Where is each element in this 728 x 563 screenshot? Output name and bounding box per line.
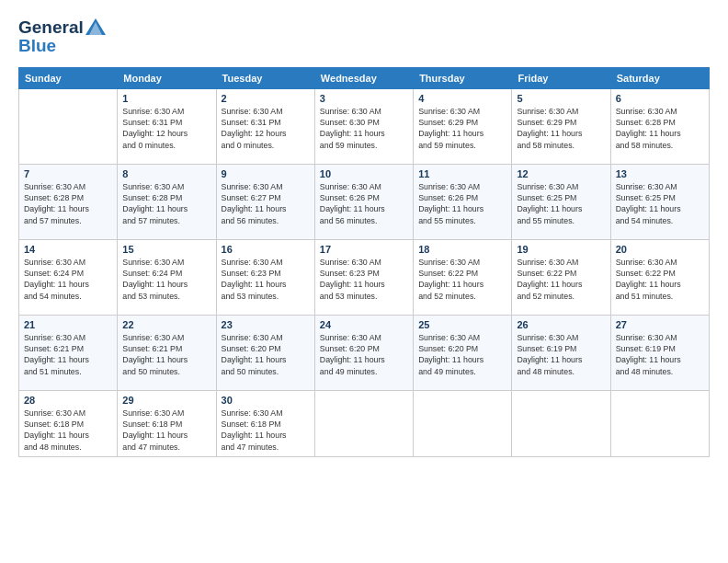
day-number: 7: [24, 168, 112, 179]
calendar-table: SundayMondayTuesdayWednesdayThursdayFrid…: [18, 67, 710, 457]
day-info: Sunrise: 6:30 AM Sunset: 6:25 PM Dayligh…: [517, 181, 605, 226]
calendar-cell: 16Sunrise: 6:30 AM Sunset: 6:23 PM Dayli…: [216, 239, 314, 315]
day-info: Sunrise: 6:30 AM Sunset: 6:18 PM Dayligh…: [222, 408, 310, 453]
calendar-cell: 3Sunrise: 6:30 AM Sunset: 6:30 PM Daylig…: [314, 88, 413, 164]
day-number: 3: [320, 93, 408, 104]
day-number: 2: [222, 93, 310, 104]
calendar-cell: 25Sunrise: 6:30 AM Sunset: 6:20 PM Dayli…: [414, 315, 512, 390]
weekday-header-monday: Monday: [118, 67, 216, 88]
day-number: 13: [616, 168, 704, 179]
weekday-header-wednesday: Wednesday: [314, 67, 413, 88]
calendar-cell: 13Sunrise: 6:30 AM Sunset: 6:25 PM Dayli…: [610, 164, 709, 239]
calendar-cell: [610, 390, 709, 456]
day-number: 5: [517, 93, 605, 104]
day-info: Sunrise: 6:30 AM Sunset: 6:25 PM Dayligh…: [616, 181, 704, 226]
day-number: 19: [517, 244, 605, 255]
calendar-cell: 2Sunrise: 6:30 AM Sunset: 6:31 PM Daylig…: [216, 88, 314, 164]
calendar-cell: 1Sunrise: 6:30 AM Sunset: 6:31 PM Daylig…: [118, 88, 216, 164]
weekday-header-tuesday: Tuesday: [216, 67, 314, 88]
day-info: Sunrise: 6:30 AM Sunset: 6:24 PM Dayligh…: [122, 257, 210, 302]
calendar-cell: 5Sunrise: 6:30 AM Sunset: 6:29 PM Daylig…: [512, 88, 610, 164]
weekday-header-saturday: Saturday: [610, 67, 709, 88]
day-info: Sunrise: 6:30 AM Sunset: 6:23 PM Dayligh…: [320, 257, 408, 302]
week-row-2: 7Sunrise: 6:30 AM Sunset: 6:28 PM Daylig…: [19, 164, 710, 239]
calendar-cell: 4Sunrise: 6:30 AM Sunset: 6:29 PM Daylig…: [414, 88, 512, 164]
logo: General Blue: [18, 18, 107, 56]
day-info: Sunrise: 6:30 AM Sunset: 6:18 PM Dayligh…: [24, 408, 112, 453]
page: General Blue SundayMondayTuesdayWednesda…: [0, 0, 728, 563]
week-row-5: 28Sunrise: 6:30 AM Sunset: 6:18 PM Dayli…: [19, 390, 710, 456]
day-info: Sunrise: 6:30 AM Sunset: 6:20 PM Dayligh…: [418, 332, 506, 377]
day-number: 17: [320, 244, 408, 255]
day-number: 1: [122, 93, 210, 104]
week-row-3: 14Sunrise: 6:30 AM Sunset: 6:24 PM Dayli…: [19, 239, 710, 315]
calendar-cell: 8Sunrise: 6:30 AM Sunset: 6:28 PM Daylig…: [118, 164, 216, 239]
day-number: 4: [418, 93, 506, 104]
calendar-cell: 6Sunrise: 6:30 AM Sunset: 6:28 PM Daylig…: [610, 88, 709, 164]
day-info: Sunrise: 6:30 AM Sunset: 6:19 PM Dayligh…: [517, 332, 605, 377]
calendar-cell: 7Sunrise: 6:30 AM Sunset: 6:28 PM Daylig…: [19, 164, 118, 239]
day-info: Sunrise: 6:30 AM Sunset: 6:20 PM Dayligh…: [320, 332, 408, 377]
calendar-cell: 18Sunrise: 6:30 AM Sunset: 6:22 PM Dayli…: [414, 239, 512, 315]
day-info: Sunrise: 6:30 AM Sunset: 6:19 PM Dayligh…: [616, 332, 704, 377]
day-number: 18: [418, 244, 506, 255]
day-number: 16: [222, 244, 310, 255]
day-info: Sunrise: 6:30 AM Sunset: 6:28 PM Dayligh…: [122, 181, 210, 226]
calendar-cell: 12Sunrise: 6:30 AM Sunset: 6:25 PM Dayli…: [512, 164, 610, 239]
day-info: Sunrise: 6:30 AM Sunset: 6:30 PM Dayligh…: [320, 106, 408, 151]
day-info: Sunrise: 6:30 AM Sunset: 6:23 PM Dayligh…: [222, 257, 310, 302]
calendar-cell: 20Sunrise: 6:30 AM Sunset: 6:22 PM Dayli…: [610, 239, 709, 315]
day-info: Sunrise: 6:30 AM Sunset: 6:29 PM Dayligh…: [418, 106, 506, 151]
day-info: Sunrise: 6:30 AM Sunset: 6:21 PM Dayligh…: [24, 332, 112, 377]
logo-blue-text: Blue: [18, 37, 107, 56]
day-info: Sunrise: 6:30 AM Sunset: 6:28 PM Dayligh…: [616, 106, 704, 151]
weekday-header-friday: Friday: [512, 67, 610, 88]
day-info: Sunrise: 6:30 AM Sunset: 6:22 PM Dayligh…: [616, 257, 704, 302]
calendar-cell: 23Sunrise: 6:30 AM Sunset: 6:20 PM Dayli…: [216, 315, 314, 390]
day-number: 26: [517, 319, 605, 330]
day-number: 28: [24, 395, 112, 406]
logo-general: General: [18, 18, 84, 38]
day-number: 11: [418, 168, 506, 179]
day-number: 9: [222, 168, 310, 179]
weekday-header-thursday: Thursday: [414, 67, 512, 88]
day-number: 14: [24, 244, 112, 255]
day-number: 8: [122, 168, 210, 179]
day-info: Sunrise: 6:30 AM Sunset: 6:28 PM Dayligh…: [24, 181, 112, 226]
day-info: Sunrise: 6:30 AM Sunset: 6:26 PM Dayligh…: [418, 181, 506, 226]
day-number: 23: [222, 319, 310, 330]
calendar-cell: 17Sunrise: 6:30 AM Sunset: 6:23 PM Dayli…: [314, 239, 413, 315]
day-number: 30: [222, 395, 310, 406]
day-info: Sunrise: 6:30 AM Sunset: 6:31 PM Dayligh…: [122, 106, 210, 151]
calendar-cell: 21Sunrise: 6:30 AM Sunset: 6:21 PM Dayli…: [19, 315, 118, 390]
calendar-cell: [314, 390, 413, 456]
day-info: Sunrise: 6:30 AM Sunset: 6:21 PM Dayligh…: [122, 332, 210, 377]
calendar-cell: 30Sunrise: 6:30 AM Sunset: 6:18 PM Dayli…: [216, 390, 314, 456]
calendar-cell: 10Sunrise: 6:30 AM Sunset: 6:26 PM Dayli…: [314, 164, 413, 239]
week-row-1: 1Sunrise: 6:30 AM Sunset: 6:31 PM Daylig…: [19, 88, 710, 164]
calendar-cell: [19, 88, 118, 164]
calendar-cell: 29Sunrise: 6:30 AM Sunset: 6:18 PM Dayli…: [118, 390, 216, 456]
calendar-cell: [414, 390, 512, 456]
calendar-cell: 9Sunrise: 6:30 AM Sunset: 6:27 PM Daylig…: [216, 164, 314, 239]
header: General Blue: [18, 18, 710, 56]
calendar-cell: 28Sunrise: 6:30 AM Sunset: 6:18 PM Dayli…: [19, 390, 118, 456]
calendar-cell: 19Sunrise: 6:30 AM Sunset: 6:22 PM Dayli…: [512, 239, 610, 315]
day-number: 21: [24, 319, 112, 330]
day-number: 10: [320, 168, 408, 179]
weekday-header-sunday: Sunday: [19, 67, 118, 88]
weekday-header-row: SundayMondayTuesdayWednesdayThursdayFrid…: [19, 67, 710, 88]
calendar-cell: 22Sunrise: 6:30 AM Sunset: 6:21 PM Dayli…: [118, 315, 216, 390]
day-info: Sunrise: 6:30 AM Sunset: 6:20 PM Dayligh…: [222, 332, 310, 377]
day-info: Sunrise: 6:30 AM Sunset: 6:26 PM Dayligh…: [320, 181, 408, 226]
day-number: 15: [122, 244, 210, 255]
calendar-cell: 14Sunrise: 6:30 AM Sunset: 6:24 PM Dayli…: [19, 239, 118, 315]
day-number: 6: [616, 93, 704, 104]
day-number: 12: [517, 168, 605, 179]
day-info: Sunrise: 6:30 AM Sunset: 6:29 PM Dayligh…: [517, 106, 605, 151]
week-row-4: 21Sunrise: 6:30 AM Sunset: 6:21 PM Dayli…: [19, 315, 710, 390]
day-number: 25: [418, 319, 506, 330]
logo-icon: [85, 17, 107, 36]
calendar-cell: [512, 390, 610, 456]
calendar-cell: 24Sunrise: 6:30 AM Sunset: 6:20 PM Dayli…: [314, 315, 413, 390]
